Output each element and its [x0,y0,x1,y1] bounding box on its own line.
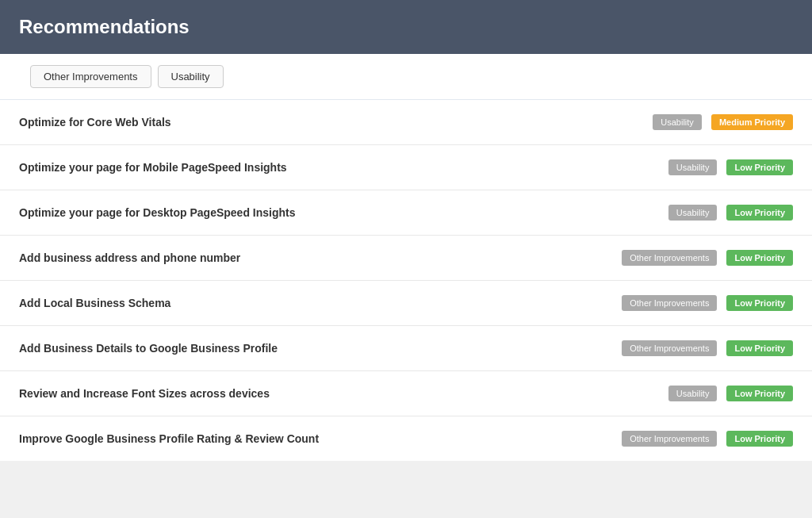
toggle-bar: Other Improvements Usability [0,54,812,100]
rec-title: Optimize for Core Web Vitals [19,116,653,129]
priority-badge: Medium Priority [711,114,793,130]
rec-title: Optimize your page for Mobile PageSpeed … [19,161,668,174]
rec-badges: Other ImprovementsLow Priority [622,340,793,356]
table-row: Optimize your page for Mobile PageSpeed … [0,145,812,190]
table-row: Optimize for Core Web VitalsUsabilityMed… [0,100,812,145]
rec-badges: UsabilityLow Priority [668,386,793,401]
page-title: Recommendations [19,16,793,38]
rec-title: Add Local Business Schema [19,297,622,309]
rec-badges: UsabilityLow Priority [668,205,793,221]
table-row: Add Local Business SchemaOther Improveme… [0,281,812,326]
category-badge: Usability [668,205,718,221]
rec-title: Add business address and phone number [19,251,622,264]
toggle-other-improvements[interactable]: Other Improvements [30,65,151,88]
rec-badges: Other ImprovementsLow Priority [622,250,793,266]
table-row: Add Business Details to Google Business … [0,326,812,371]
table-row: Optimize your page for Desktop PageSpeed… [0,190,812,236]
rec-title: Optimize your page for Desktop PageSpeed… [19,206,668,219]
header: Recommendations [0,0,812,54]
priority-badge: Low Priority [726,295,793,311]
recommendations-list: Optimize for Core Web VitalsUsabilityMed… [0,100,812,461]
table-row: Review and Increase Font Sizes across de… [0,371,812,416]
category-badge: Other Improvements [622,295,717,311]
toggle-usability[interactable]: Usability [158,65,224,88]
category-badge: Usability [668,159,718,175]
category-badge: Usability [668,386,718,401]
priority-badge: Low Priority [726,431,793,447]
rec-badges: UsabilityLow Priority [668,159,793,175]
category-badge: Other Improvements [622,431,717,447]
table-row: Improve Google Business Profile Rating &… [0,416,812,461]
rec-badges: Other ImprovementsLow Priority [622,431,793,447]
category-badge: Other Improvements [622,340,717,356]
rec-title: Add Business Details to Google Business … [19,342,622,355]
category-badge: Other Improvements [622,250,717,266]
priority-badge: Low Priority [726,250,793,266]
category-badge: Usability [653,114,702,130]
table-row: Add business address and phone numberOth… [0,236,812,281]
priority-badge: Low Priority [726,386,793,401]
rec-title: Improve Google Business Profile Rating &… [19,432,622,445]
priority-badge: Low Priority [726,159,793,175]
rec-title: Review and Increase Font Sizes across de… [19,387,668,400]
priority-badge: Low Priority [726,340,793,356]
rec-badges: UsabilityMedium Priority [653,114,793,130]
rec-badges: Other ImprovementsLow Priority [622,295,793,311]
priority-badge: Low Priority [726,205,793,221]
